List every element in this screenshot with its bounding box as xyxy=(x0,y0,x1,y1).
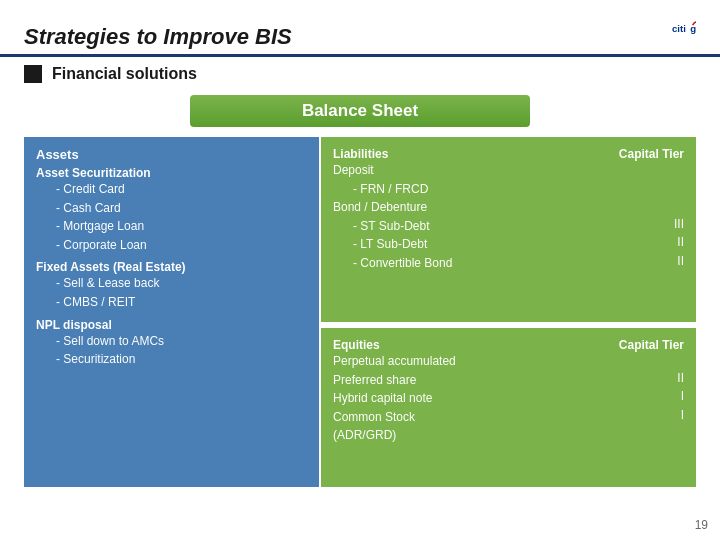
lt-sub-debt-row: - LT Sub-Debt II xyxy=(333,235,684,254)
perpetual-tier xyxy=(664,352,684,371)
adr-grd-row: (ADR/GRD) xyxy=(333,426,684,445)
equities-capital-tier-label: Capital Tier xyxy=(619,338,684,352)
list-item: - Securitization xyxy=(36,350,307,369)
list-item: - Corporate Loan xyxy=(36,236,307,255)
svg-text:citi: citi xyxy=(672,23,686,34)
preferred-share-row: Preferred share II xyxy=(333,371,684,390)
logo-area: citi group xyxy=(672,18,696,38)
perpetual-row: Perpetual accumulated xyxy=(333,352,684,371)
hybrid-capital-label: Hybrid capital note xyxy=(333,389,432,408)
st-sub-debt-tier: III xyxy=(664,217,684,236)
bond-debenture-row: Bond / Debenture xyxy=(333,198,684,217)
lt-sub-debt-label: - LT Sub-Debt xyxy=(333,235,664,254)
asset-securitization-title: Asset Securitization xyxy=(36,166,307,180)
header: Strategies to Improve BIS citi group xyxy=(0,0,720,50)
citigroup-logo-icon: citi group xyxy=(672,16,696,36)
convertible-bond-row: - Convertible Bond II xyxy=(333,254,684,273)
list-item: - Sell down to AMCs xyxy=(36,332,307,351)
assets-panel: Assets Asset Securitization - Credit Car… xyxy=(24,137,319,487)
convertible-bond-label: - Convertible Bond xyxy=(333,254,664,273)
convertible-bond-tier: II xyxy=(664,254,684,273)
perpetual-label: Perpetual accumulated xyxy=(333,352,456,371)
adr-grd-label: (ADR/GRD) xyxy=(333,426,396,445)
page: Strategies to Improve BIS citi group Fin… xyxy=(0,0,720,540)
capital-tier-col-label: Capital Tier xyxy=(619,147,684,161)
st-sub-debt-label: - ST Sub-Debt xyxy=(333,217,664,236)
list-item: - Mortgage Loan xyxy=(36,217,307,236)
main-content: Assets Asset Securitization - Credit Car… xyxy=(24,137,696,487)
page-title: Strategies to Improve BIS xyxy=(24,24,292,50)
hybrid-capital-tier: I xyxy=(664,389,684,408)
list-item: - Cash Card xyxy=(36,199,307,218)
npl-disposal-title: NPL disposal xyxy=(36,318,307,332)
common-stock-row: Common Stock I xyxy=(333,408,684,427)
balance-sheet-label: Balance Sheet xyxy=(302,101,418,120)
subtitle-row: Financial solutions xyxy=(0,57,720,83)
balance-sheet-banner: Balance Sheet xyxy=(190,95,530,127)
adr-grd-tier xyxy=(664,426,684,445)
st-sub-debt-row: - ST Sub-Debt III xyxy=(333,217,684,236)
liabilities-col-label: Liabilities xyxy=(333,147,388,161)
list-item: - Credit Card xyxy=(36,180,307,199)
page-number: 19 xyxy=(695,518,708,532)
equities-col-label: Equities xyxy=(333,338,380,352)
subtitle-text: Financial solutions xyxy=(52,65,197,83)
bullet-icon xyxy=(24,65,42,83)
list-item: - CMBS / REIT xyxy=(36,293,307,312)
equities-panel: Equities Capital Tier Perpetual accumula… xyxy=(321,328,696,487)
fixed-assets-title: Fixed Assets (Real Estate) xyxy=(36,260,307,274)
common-stock-tier: I xyxy=(664,408,684,427)
liabilities-header-row: Liabilities Capital Tier xyxy=(333,147,684,161)
deposit-row: Deposit xyxy=(333,161,684,180)
equities-header-row: Equities Capital Tier xyxy=(333,338,684,352)
frn-frcd-row: - FRN / FRCD xyxy=(333,180,684,199)
common-stock-label: Common Stock xyxy=(333,408,415,427)
lt-sub-debt-tier: II xyxy=(664,235,684,254)
liabilities-panel: Liabilities Capital Tier Deposit - FRN /… xyxy=(321,137,696,322)
list-item: - Sell & Lease back xyxy=(36,274,307,293)
assets-header: Assets xyxy=(36,147,307,162)
preferred-share-label: Preferred share xyxy=(333,371,416,390)
panel-gap xyxy=(321,322,696,326)
preferred-share-tier: II xyxy=(664,371,684,390)
right-panel: Liabilities Capital Tier Deposit - FRN /… xyxy=(319,137,696,487)
hybrid-capital-row: Hybrid capital note I xyxy=(333,389,684,408)
